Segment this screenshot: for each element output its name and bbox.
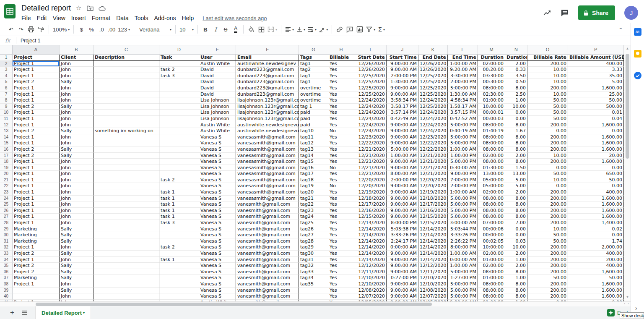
cell-C7[interactable] — [93, 92, 159, 98]
cell-P15[interactable]: 1,600.00 — [568, 140, 624, 146]
cell-G3[interactable]: tag2 — [299, 67, 328, 73]
cell-E7[interactable]: David — [199, 92, 236, 98]
cell-G16[interactable]: tag13 — [299, 146, 328, 153]
cell-C22[interactable] — [93, 183, 159, 189]
functions-button[interactable]: Σ▾ — [377, 24, 387, 34]
cell-L24[interactable]: 5:00:00 PM — [448, 196, 478, 202]
cell-I31[interactable]: 12/14/2020 — [354, 238, 387, 245]
cell-H33[interactable]: Yes — [328, 251, 354, 257]
cell-N16[interactable]: 8.00 — [505, 146, 527, 153]
cell-M25[interactable]: 08:00:00 — [478, 201, 505, 208]
cell-G26[interactable]: tag23 — [299, 208, 328, 214]
cell-L3[interactable]: 9:20:00 AM — [448, 67, 478, 73]
cell-K17[interactable]: 12/21/2020 — [418, 153, 448, 159]
row-header-22[interactable]: 22 — [0, 183, 13, 189]
row-header-27[interactable]: 27 — [0, 214, 13, 220]
cell-I5[interactable]: 12/25/2020 — [354, 79, 387, 85]
decrease-decimal-button[interactable]: .0 — [96, 24, 106, 34]
cell-J23[interactable]: 9:00:00 AM — [387, 189, 418, 196]
column-header-C[interactable]: C — [93, 45, 159, 55]
cell-F15[interactable]: vanesasmith@gmail.com — [236, 140, 299, 146]
cell-E18[interactable]: Vanesa S — [199, 159, 236, 165]
cell-A2[interactable]: Project 1 — [13, 61, 60, 67]
cell-B27[interactable]: John — [60, 214, 93, 220]
zoom-select[interactable]: 100%▾ — [52, 24, 71, 34]
cell-L10[interactable]: 3:57:15 PM — [448, 110, 478, 116]
cell-H22[interactable]: No — [328, 183, 354, 189]
cell-M20[interactable]: 13:00:00 — [478, 171, 505, 177]
cell-D8[interactable] — [159, 97, 199, 104]
cell-A22[interactable]: Project 1 — [13, 183, 60, 189]
cell-N11[interactable]: 0.00 — [505, 116, 527, 122]
cell-D21[interactable]: task 2 — [159, 177, 199, 183]
cell-E30[interactable]: Vanesa S — [199, 232, 236, 238]
cell-I22[interactable]: 12/20/2020 — [354, 183, 387, 189]
cell-L4[interactable]: 3:30:00 PM — [448, 73, 478, 79]
cell-P38[interactable]: 1,600.00 — [568, 281, 624, 288]
cell-N14[interactable]: 8.00 — [505, 134, 527, 141]
format-percent-button[interactable]: % — [86, 24, 96, 34]
cell-E20[interactable]: Vanesa S — [199, 171, 236, 177]
move-to-folder-icon[interactable] — [87, 5, 93, 11]
cell-M9[interactable]: 10:00:00 — [478, 104, 505, 110]
cell-F26[interactable]: vanesmith@gmail.com — [236, 208, 299, 214]
cell-L17[interactable]: 1:00:00 PM — [448, 153, 478, 159]
row-header-31[interactable]: 31 — [0, 238, 13, 245]
cell-E3[interactable]: David — [199, 67, 236, 73]
cell-G36[interactable]: tag33 — [299, 269, 328, 275]
cell-B9[interactable]: Sally — [60, 104, 93, 110]
cell-D12[interactable] — [159, 122, 199, 128]
cell-P30[interactable]: 0.00 — [568, 232, 624, 238]
cell-D26[interactable]: task 1 — [159, 208, 199, 214]
cell-A19[interactable]: Project 1 — [13, 165, 60, 171]
cell-P10[interactable]: 0.01 — [568, 110, 624, 116]
cell-B5[interactable]: Sally — [60, 79, 93, 85]
cell-A5[interactable]: Project 2 — [13, 79, 60, 85]
cell-P24[interactable]: 1,600.00 — [568, 196, 624, 202]
cell-J30[interactable]: 3:33:26 PM — [387, 232, 418, 238]
column-header-N[interactable]: N — [505, 45, 527, 55]
cell-I11[interactable]: 12/24/2020 — [354, 116, 387, 122]
cell-G28[interactable]: tag25 — [299, 220, 328, 226]
cell-P14[interactable]: 1,600.00 — [568, 134, 624, 141]
cell-K3[interactable]: 12/26/2020 — [418, 67, 448, 73]
cell-F16[interactable]: vanesasmith@gmail.com — [236, 146, 299, 153]
cell-H23[interactable]: Yes — [328, 189, 354, 196]
cell-J6[interactable]: 9:00:00 AM — [387, 85, 418, 92]
cell-C31[interactable] — [93, 238, 159, 245]
cell-I37[interactable]: 12/10/2020 — [354, 275, 387, 281]
cell-H11[interactable]: Yes — [328, 116, 354, 122]
cell-K26[interactable]: 12/16/2020 — [418, 208, 448, 214]
cell-F32[interactable]: vanesmith@gmail.com — [236, 244, 299, 251]
column-header-G[interactable]: G — [299, 45, 328, 55]
cell-F9[interactable]: lisajohnson.123r@gmail.con — [236, 104, 299, 110]
cell-O40[interactable]: 200.00 — [527, 293, 568, 300]
cell-L25[interactable]: 5:00:00 PM — [448, 201, 478, 208]
cell-B29[interactable]: Sally — [60, 226, 93, 233]
cell-N12[interactable]: 8.00 — [505, 122, 527, 128]
more-formats-button[interactable]: 123▾ — [117, 24, 131, 34]
cell-N32[interactable]: 10.00 — [505, 244, 527, 251]
cell-P4[interactable]: 35.00 — [568, 73, 624, 79]
cell-J19[interactable]: 9:00:00 AM — [387, 165, 418, 171]
row-header-9[interactable]: 9 — [0, 104, 13, 110]
vertical-scroll-thumb[interactable] — [626, 54, 629, 159]
cell-C35[interactable] — [93, 263, 159, 269]
cell-G10[interactable]: paid — [299, 110, 328, 116]
cell-H36[interactable]: Yes — [328, 269, 354, 275]
cell-E25[interactable]: Vanesa S — [199, 201, 236, 208]
cell-E17[interactable]: Vanesa S — [199, 153, 236, 159]
cell-D6[interactable] — [159, 85, 199, 92]
cell-F18[interactable]: vanesasmith@gmail.com — [236, 159, 299, 165]
cell-A35[interactable]: Project 2 — [13, 263, 60, 269]
cell-B28[interactable]: John — [60, 220, 93, 226]
cell-E24[interactable]: Vanesa S — [199, 196, 236, 202]
italic-button[interactable]: I — [210, 24, 221, 34]
scroll-up-icon[interactable]: ▲ — [624, 47, 631, 50]
cell-F28[interactable]: vanesmith@gmail.com — [236, 220, 299, 226]
cell-O24[interactable]: 200.00 — [527, 196, 568, 202]
cell-D28[interactable]: task 3 — [159, 220, 199, 226]
cell-M21[interactable]: 05:00:00 — [478, 177, 505, 183]
cell-P11[interactable]: 0.04 — [568, 116, 624, 122]
cell-I40[interactable]: 12/07/2020 — [354, 293, 387, 300]
